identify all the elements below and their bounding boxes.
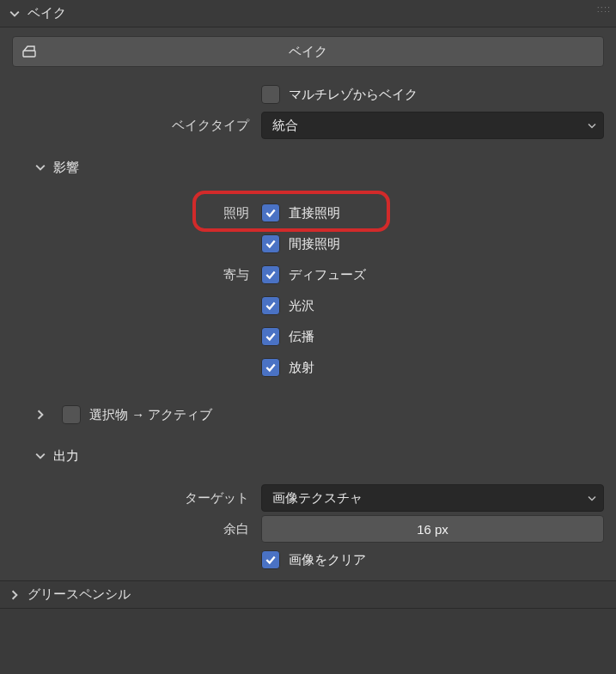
direct-lighting-row: 照明 直接照明	[12, 197, 604, 228]
margin-label: 余白	[12, 521, 261, 537]
chevron-down-icon	[588, 118, 596, 133]
multires-row: マルチレゾからベイク	[12, 79, 604, 110]
margin-row: 余白 16 px	[12, 513, 604, 544]
selected-to-active-label: 選択物 → アクティブ	[89, 407, 212, 423]
target-row: ターゲット 画像テクスチャ	[12, 483, 604, 513]
influence-header[interactable]: 影響	[12, 149, 604, 185]
multires-checkbox[interactable]	[261, 85, 280, 104]
chevron-down-icon	[588, 491, 596, 506]
contributions-label: 寄与	[12, 267, 261, 283]
panel-title: ベイク	[27, 5, 66, 21]
transmission-row: 伝播	[12, 321, 604, 352]
indirect-lighting-label: 間接照明	[289, 236, 340, 252]
chevron-down-icon	[9, 8, 21, 20]
selected-to-active-checkbox[interactable]	[62, 405, 81, 424]
panel-header[interactable]: ベイク ::::	[0, 0, 616, 27]
glossy-row: 光沢	[12, 290, 604, 321]
bake-type-label: ベイクタイプ	[12, 118, 261, 134]
chevron-right-icon	[34, 409, 46, 421]
direct-lighting-checkbox[interactable]	[261, 203, 280, 222]
clear-image-row: 画像をクリア	[12, 544, 604, 575]
glossy-checkbox[interactable]	[261, 296, 280, 315]
target-dropdown[interactable]: 画像テクスチャ	[261, 484, 604, 512]
multires-label: マルチレゾからベイク	[289, 87, 418, 103]
margin-field[interactable]: 16 px	[261, 515, 604, 543]
target-label: ターゲット	[12, 490, 261, 507]
emit-label: 放射	[289, 360, 314, 376]
diffuse-checkbox[interactable]	[261, 265, 280, 284]
emit-checkbox[interactable]	[261, 358, 280, 377]
output-header[interactable]: 出力	[12, 438, 604, 474]
grease-pencil-title: グリースペンシル	[27, 586, 131, 603]
bake-button-label: ベイク	[13, 44, 603, 60]
lighting-label: 照明	[12, 205, 261, 222]
bake-type-value: 統合	[272, 118, 298, 134]
direct-lighting-label: 直接照明	[289, 205, 340, 222]
indirect-lighting-checkbox[interactable]	[261, 234, 280, 253]
target-value: 画像テクスチャ	[272, 490, 363, 507]
selected-to-active-header[interactable]: 選択物 → アクティブ	[12, 397, 604, 433]
grease-pencil-header[interactable]: グリースペンシル	[0, 580, 616, 609]
transmission-checkbox[interactable]	[261, 327, 280, 346]
margin-value: 16 px	[417, 522, 448, 537]
bake-type-dropdown[interactable]: 統合	[261, 112, 604, 139]
glossy-label: 光沢	[289, 298, 314, 314]
indirect-lighting-row: 間接照明	[12, 228, 604, 259]
diffuse-row: 寄与 ディフューズ	[12, 259, 604, 290]
bake-button[interactable]: ベイク	[12, 36, 604, 67]
chevron-down-icon	[34, 161, 46, 173]
chevron-down-icon	[34, 450, 46, 462]
bake-type-row: ベイクタイプ 統合	[12, 110, 604, 141]
chevron-right-icon	[9, 589, 21, 601]
clear-image-label: 画像をクリア	[289, 552, 366, 568]
output-title: 出力	[53, 448, 79, 465]
emit-row: 放射	[12, 352, 604, 383]
clear-image-checkbox[interactable]	[261, 550, 280, 569]
influence-title: 影響	[53, 160, 79, 176]
drag-grip-icon[interactable]: ::::	[597, 3, 611, 14]
diffuse-label: ディフューズ	[289, 267, 366, 283]
transmission-label: 伝播	[289, 329, 314, 345]
